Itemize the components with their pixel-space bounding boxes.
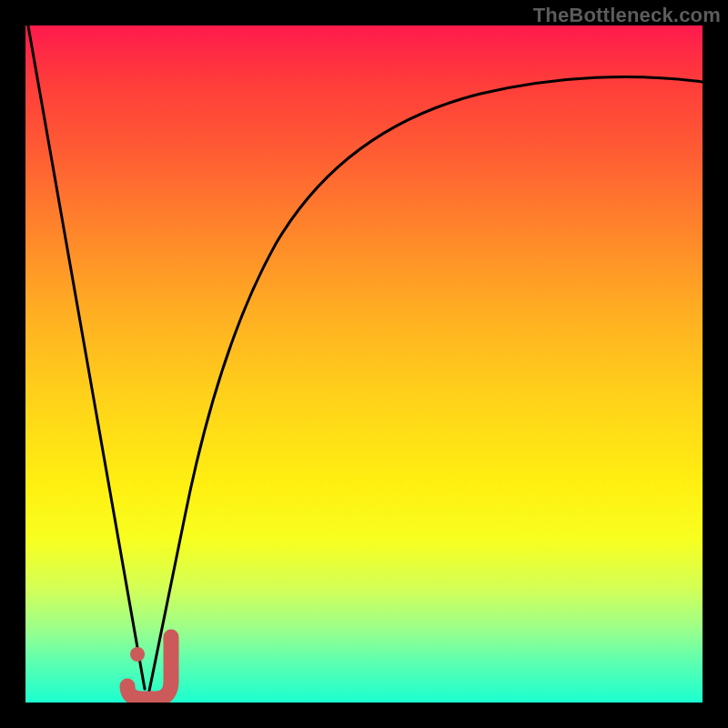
outer-frame: TheBottleneck.com — [0, 0, 728, 728]
svg-point-0 — [130, 647, 145, 662]
attribution-text: TheBottleneck.com — [533, 4, 721, 27]
left-line — [27, 25, 145, 689]
plot-area — [25, 25, 703, 703]
right-curve — [148, 76, 703, 695]
chart-svg — [25, 25, 703, 703]
